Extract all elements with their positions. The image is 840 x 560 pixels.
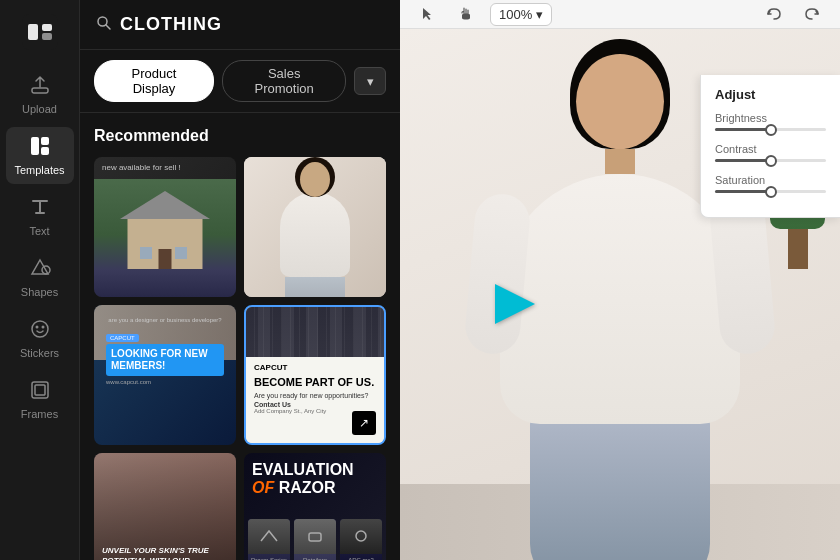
sidebar-stickers-label: Stickers — [20, 347, 59, 359]
sidebar-shapes-label: Shapes — [21, 286, 58, 298]
app-logo — [20, 12, 60, 52]
svg-rect-4 — [32, 88, 48, 93]
card-evaluation-headline: EVALUATION OF RAZOR — [252, 461, 378, 496]
filter-dropdown-btn[interactable]: ▾ — [354, 67, 386, 95]
card-evaluation-item-3: ADC mx2 — [340, 519, 382, 560]
redo-button[interactable] — [798, 0, 826, 28]
template-grid-container: new available for sell ! — [94, 157, 386, 560]
svg-rect-13 — [35, 385, 45, 395]
sidebar-item-templates[interactable]: Templates — [6, 127, 74, 184]
svg-point-9 — [32, 321, 48, 337]
svg-point-11 — [41, 326, 44, 329]
sidebar-item-stickers[interactable]: Stickers — [6, 310, 74, 367]
saturation-thumb[interactable] — [765, 186, 777, 198]
zoom-control[interactable]: 100% ▾ — [490, 3, 552, 26]
svg-rect-3 — [42, 33, 52, 40]
card-become-headline: BECOME PART OF US. — [254, 376, 376, 389]
template-card-become[interactable]: CAPCUT BECOME PART OF US. Are you ready … — [244, 305, 386, 445]
template-card-beauty[interactable]: UNVEIL YOUR SKIN'S TRUE POTENTIAL WITH O… — [94, 453, 236, 560]
contrast-fill — [715, 159, 771, 162]
contrast-control: Contrast — [715, 143, 826, 162]
shapes-icon — [29, 257, 51, 282]
filter-bar: Product Display Sales Promotion ▾ — [80, 50, 400, 113]
main-canvas-area: 100% ▾ — [400, 0, 840, 560]
card-evaluation-title: EVALUATION — [252, 461, 354, 478]
card-evaluation-item-1: Drawn Series — [248, 519, 290, 560]
card-become-sub: Are you ready for new opportunities? — [254, 392, 376, 399]
brightness-label: Brightness — [715, 112, 826, 124]
canvas-viewport[interactable]: Adjust Brightness Contrast Saturation — [400, 29, 840, 560]
zoom-chevron: ▾ — [536, 7, 543, 22]
card-evaluation-product: RAZOR — [279, 479, 336, 496]
sidebar-item-frames[interactable]: Frames — [6, 371, 74, 428]
card-evaluation-item2-label: Retailpro Series — [294, 554, 336, 560]
adjust-title: Adjust — [715, 87, 826, 102]
card-members-sub: www.capcut.com — [106, 379, 224, 385]
card-become-brand: CAPCUT — [254, 363, 376, 372]
undo-button[interactable] — [760, 0, 788, 28]
brightness-control: Brightness — [715, 112, 826, 131]
search-bar — [80, 0, 400, 50]
card-become-bg — [246, 307, 384, 362]
templates-icon — [29, 135, 51, 160]
contrast-thumb[interactable] — [765, 155, 777, 167]
svg-point-10 — [35, 326, 38, 329]
card-beauty-overlay — [94, 453, 236, 560]
card-evaluation-item3-label: ADC mx2 — [340, 554, 382, 560]
contrast-track[interactable] — [715, 159, 826, 162]
zoom-value: 100% — [499, 7, 532, 22]
template-card-evaluation[interactable]: EVALUATION OF RAZOR Drawn Series — [244, 453, 386, 560]
sidebar-templates-label: Templates — [14, 164, 64, 176]
frames-icon — [29, 379, 51, 404]
upload-icon — [29, 74, 51, 99]
sidebar-item-shapes[interactable]: Shapes — [6, 249, 74, 306]
saturation-track[interactable] — [715, 190, 826, 193]
search-input[interactable] — [120, 14, 384, 35]
svg-rect-15 — [309, 533, 321, 541]
recommended-title: Recommended — [94, 127, 386, 145]
template-grid: Recommended new available for sell ! — [80, 113, 400, 560]
card-evaluation-items: Drawn Series Retailpro Series ADC mx2 — [244, 515, 386, 560]
card-evaluation-item-2: Retailpro Series — [294, 519, 336, 560]
card-become-content: CAPCUT BECOME PART OF US. Are you ready … — [246, 357, 384, 443]
card-members-question: are you a designer or business developer… — [106, 317, 224, 323]
hand-tool[interactable] — [452, 0, 480, 28]
canvas-toolbar: 100% ▾ — [400, 0, 840, 29]
sidebar-frames-label: Frames — [21, 408, 58, 420]
svg-rect-6 — [41, 137, 49, 145]
sidebar-item-upload[interactable]: Upload — [6, 66, 74, 123]
card-members-headline: LOOKING FOR NEW MEMBERS! — [106, 344, 224, 376]
search-icon — [96, 15, 112, 35]
template-card-fashion[interactable] — [244, 157, 386, 297]
card-become-contact: Contact Us — [254, 401, 376, 408]
card-house-text: new available for sell ! — [102, 163, 181, 172]
select-tool[interactable] — [414, 0, 442, 28]
text-icon — [29, 196, 51, 221]
card-become-arrow: ↗ — [352, 411, 376, 435]
adjust-panel: Adjust Brightness Contrast Saturation — [700, 75, 840, 218]
card-evaluation-of: OF — [252, 479, 274, 496]
svg-point-16 — [356, 531, 366, 541]
svg-rect-2 — [42, 24, 52, 31]
brightness-fill — [715, 128, 771, 131]
svg-rect-5 — [31, 137, 39, 155]
svg-rect-7 — [41, 147, 49, 155]
svg-rect-1 — [28, 24, 38, 40]
card-members-brand: CAPCUT — [106, 334, 139, 342]
stickers-icon — [29, 318, 51, 343]
template-card-house[interactable]: new available for sell ! — [94, 157, 236, 297]
contrast-label: Contrast — [715, 143, 826, 155]
sidebar-item-text[interactable]: Text — [6, 188, 74, 245]
card-beauty-text: UNVEIL YOUR SKIN'S TRUE POTENTIAL WITH O… — [102, 546, 236, 560]
brightness-track[interactable] — [715, 128, 826, 131]
template-card-members[interactable]: are you a designer or business developer… — [94, 305, 236, 445]
sidebar: Upload Templates Text Shapes — [0, 0, 80, 560]
saturation-control: Saturation — [715, 174, 826, 193]
saturation-fill — [715, 190, 771, 193]
template-panel: Product Display Sales Promotion ▾ Recomm… — [80, 0, 400, 560]
brightness-thumb[interactable] — [765, 124, 777, 136]
filter-sales-promotion[interactable]: Sales Promotion — [222, 60, 346, 102]
filter-product-display[interactable]: Product Display — [94, 60, 214, 102]
card-evaluation-item1-label: Drawn Series — [248, 554, 290, 560]
svg-rect-0 — [22, 14, 58, 50]
